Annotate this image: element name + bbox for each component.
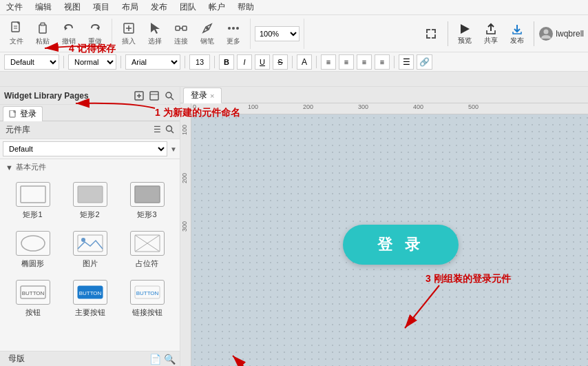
rect3-label: 矩形3 [137, 210, 156, 220]
insert-button[interactable]: 插入 [116, 19, 141, 48]
page-tab-login[interactable]: 登录 [3, 106, 43, 121]
file-label: 文件 [10, 37, 23, 46]
align-right-button[interactable]: ≡ [357, 54, 372, 70]
zoom-select[interactable]: 100% 50% 75% 150% 200% [255, 26, 300, 41]
ruler-horizontal: 0 100 200 300 400 500 [191, 103, 588, 114]
image-icon [73, 231, 107, 256]
menu-team[interactable]: 团队 [178, 1, 198, 13]
menu-view[interactable]: 视图 [62, 1, 83, 13]
svg-marker-21 [432, 34, 436, 39]
canvas-tab-login[interactable]: 登录 × [183, 88, 222, 103]
svg-rect-35 [78, 186, 103, 203]
component-filter-select[interactable]: Default [3, 141, 167, 156]
strikethrough-button[interactable]: S [273, 54, 288, 70]
publish-label: 发布 [510, 36, 524, 45]
underline-button[interactable]: U [255, 54, 270, 70]
style-select[interactable]: Default [4, 54, 59, 70]
canvas-surface[interactable]: 登 录 3 刚组装的登录元件 [191, 114, 588, 366]
font-name-select[interactable]: Arial [125, 54, 180, 70]
expand-button[interactable] [419, 19, 443, 48]
svg-rect-36 [135, 186, 160, 203]
wlp-search-button[interactable] [163, 90, 176, 102]
redo-button[interactable]: 重做 [83, 19, 107, 48]
comp-rect1[interactable]: 矩形1 [6, 178, 60, 224]
paste-button[interactable]: 粘贴 [30, 19, 55, 48]
menu-project[interactable]: 项目 [91, 1, 112, 13]
bold-button[interactable]: B [219, 54, 234, 70]
wlp-settings-button[interactable] [148, 90, 160, 102]
bottom-add-icon[interactable]: 📄 [149, 354, 161, 365]
menu-publish[interactable]: 发布 [149, 1, 169, 13]
ruler-label-300: 300 [358, 103, 368, 110]
align-justify-button[interactable]: ≡ [375, 54, 390, 70]
ruler-label-500: 500 [468, 103, 479, 110]
section-title-label: 基本元件 [16, 162, 46, 172]
svg-line-30 [171, 97, 174, 100]
select-label: 选择 [148, 37, 162, 46]
canvas-tab-close-icon[interactable]: × [210, 92, 214, 100]
component-filter-row: Default ▼ [0, 139, 180, 159]
pen-label: 钢笔 [200, 37, 214, 46]
pen-button[interactable]: 钢笔 [195, 19, 220, 48]
svg-point-29 [166, 92, 171, 98]
menu-file[interactable]: 文件 [4, 1, 25, 13]
svg-point-23 [544, 29, 549, 34]
undo-icon [61, 21, 76, 36]
publish-button[interactable]: 发布 [505, 19, 529, 48]
svg-rect-11 [176, 26, 180, 30]
bottom-search-icon[interactable]: 🔍 [164, 354, 176, 365]
comp-button-primary[interactable]: BUTTON 主要按钮 [63, 276, 117, 322]
svg-marker-10 [151, 23, 160, 34]
comp-rect3[interactable]: 矩形3 [120, 178, 174, 224]
comp-button-plain[interactable]: BUTTON 按钮 [6, 276, 60, 322]
comp-image[interactable]: 图片 [63, 227, 117, 273]
file-button[interactable]: 文件 [4, 19, 29, 48]
select-icon [147, 21, 162, 36]
button-link-label: 链接按钮 [132, 307, 162, 318]
svg-point-17 [236, 27, 239, 30]
left-panel: Widget Library Pages 登录 元件库 [0, 87, 180, 366]
pen-icon [200, 21, 215, 36]
comp-button-link[interactable]: BUTTON 链接按钮 [120, 276, 174, 322]
link-button[interactable]: 🔗 [417, 54, 432, 70]
preview-button[interactable]: 预览 [453, 19, 476, 48]
font-color-button[interactable]: A [297, 54, 312, 70]
select-button[interactable]: 选择 [143, 19, 167, 48]
menu-layout[interactable]: 布局 [120, 1, 140, 13]
comp-list-view-button[interactable]: ☰ [154, 125, 161, 136]
component-grid: 矩形1 矩形2 矩形3 [0, 175, 180, 325]
wlp-add-button[interactable] [133, 90, 145, 102]
comp-rect2[interactable]: 矩形2 [63, 178, 117, 224]
svg-marker-18 [426, 29, 430, 33]
bottom-bar: 母版 📄 🔍 [0, 351, 180, 366]
comp-placeholder[interactable]: 占位符 [120, 227, 174, 273]
menu-edit[interactable]: 编辑 [33, 1, 54, 13]
comp-search-button[interactable] [165, 125, 174, 136]
placeholder-icon [130, 231, 165, 256]
svg-point-16 [232, 27, 235, 30]
menu-help[interactable]: 帮助 [235, 1, 256, 13]
align-center-button[interactable]: ≡ [339, 54, 354, 70]
bullet-list-button[interactable]: ☰ [399, 54, 414, 70]
undo-button[interactable]: 撤销 [56, 19, 81, 48]
align-left-button[interactable]: ≡ [321, 54, 336, 70]
font-size-input[interactable] [189, 54, 210, 70]
widget-library-header: Widget Library Pages [0, 87, 180, 105]
master-tab[interactable]: 母版 [4, 353, 29, 365]
canvas-tab-login-label: 登录 [191, 90, 207, 101]
menu-account[interactable]: 帐户 [207, 1, 227, 13]
section-collapse-icon[interactable]: ▼ [6, 163, 13, 172]
user-avatar [539, 27, 553, 41]
more-button[interactable]: 更多 [221, 19, 246, 48]
share-button[interactable]: 共享 [479, 19, 503, 48]
svg-text:BUTTON: BUTTON [136, 290, 158, 296]
comp-ellipse[interactable]: 椭圆形 [6, 227, 60, 273]
svg-line-52 [233, 356, 260, 366]
font-style-select[interactable]: Normal Bold Italic [68, 54, 116, 70]
component-section-basic: ▼ 基本元件 [0, 159, 180, 175]
italic-button[interactable]: I [237, 54, 252, 70]
user-info[interactable]: lwqbrell [539, 27, 584, 41]
login-button-component[interactable]: 登 录 [343, 225, 459, 265]
connect-button[interactable]: 连接 [169, 19, 193, 48]
component-library-title: 元件库 [6, 124, 30, 136]
